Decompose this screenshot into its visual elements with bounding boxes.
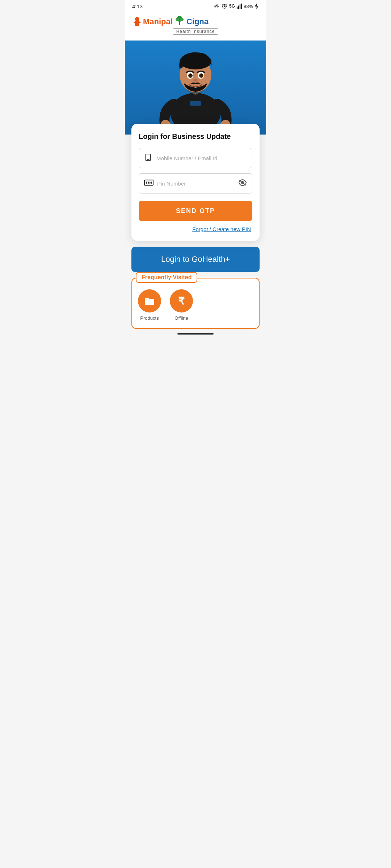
logo-subtitle: Health Insurance (173, 28, 218, 35)
products-icon-circle (138, 289, 161, 312)
svg-point-31 (199, 73, 203, 78)
rupee-icon-circle: ₹ (170, 289, 193, 312)
freq-item-offline[interactable]: ₹ Offline (170, 289, 193, 321)
pin-input[interactable] (157, 180, 238, 187)
logo-cigna-text: Cigna (186, 17, 209, 26)
alarm-icon (221, 3, 228, 9)
svg-point-33 (201, 74, 202, 76)
mobile-input-group (139, 148, 252, 168)
svg-rect-40 (148, 182, 150, 184)
hero-section (125, 41, 266, 135)
header: Manipal Cigna Health Insurance (125, 12, 266, 41)
status-time: 4:13 (132, 3, 143, 9)
mobile-input[interactable] (156, 155, 247, 161)
svg-point-19 (180, 18, 184, 21)
login-title: Login for Business Update (139, 132, 252, 141)
svg-marker-11 (255, 3, 259, 9)
svg-line-6 (226, 4, 226, 5)
offline-label: Offline (175, 315, 188, 321)
logo-main: Manipal Cigna (132, 16, 209, 27)
svg-point-34 (193, 79, 198, 82)
products-label: Products (140, 315, 159, 321)
location-icon (213, 3, 220, 9)
frequently-visited-section: Frequently Visited Products ₹ Offline (131, 278, 260, 329)
freq-icons-row: Products ₹ Offline (138, 289, 253, 321)
mobile-icon (144, 153, 153, 163)
forgot-pin-link[interactable]: Forgot / Create new PIN (139, 226, 252, 232)
rupee-symbol: ₹ (178, 295, 185, 307)
logo-container: Manipal Cigna Health Insurance (132, 16, 259, 35)
send-otp-button[interactable]: SEND OTP (139, 201, 252, 221)
freq-item-products[interactable]: Products (138, 289, 161, 321)
hero-character-illustration (156, 48, 235, 135)
signal-label: 5G (229, 4, 235, 9)
svg-point-13 (135, 17, 139, 21)
svg-rect-35 (190, 101, 201, 106)
status-bar: 4:13 5G 88% (125, 0, 266, 12)
svg-point-32 (190, 74, 192, 76)
svg-line-5 (223, 4, 223, 5)
status-icons: 5G 88% (213, 3, 259, 9)
cigna-tree-icon (174, 16, 185, 27)
svg-point-18 (176, 18, 179, 21)
pin-input-group (139, 173, 252, 193)
svg-point-1 (215, 4, 219, 8)
pin-icon (144, 179, 154, 188)
charging-icon (255, 3, 259, 9)
login-card: Login for Business Update (131, 124, 260, 241)
svg-rect-7 (237, 7, 237, 9)
svg-point-0 (216, 5, 218, 7)
gohealth-button[interactable]: Login to GoHealth+ (131, 247, 260, 272)
signal-bars-icon (236, 3, 242, 9)
eye-off-icon[interactable] (238, 179, 247, 188)
svg-rect-41 (151, 182, 152, 184)
svg-rect-9 (240, 4, 240, 9)
home-indicator (125, 329, 266, 337)
svg-rect-10 (241, 4, 242, 9)
logo-manipal-text: Manipal (143, 17, 173, 26)
manipal-person-icon (132, 16, 142, 27)
battery-label: 88% (244, 4, 253, 9)
svg-rect-39 (146, 182, 147, 184)
home-bar (177, 333, 214, 335)
svg-point-30 (188, 73, 193, 78)
frequently-visited-label: Frequently Visited (136, 272, 197, 283)
folder-icon (144, 295, 155, 307)
svg-rect-8 (238, 5, 239, 9)
svg-rect-17 (179, 21, 180, 25)
